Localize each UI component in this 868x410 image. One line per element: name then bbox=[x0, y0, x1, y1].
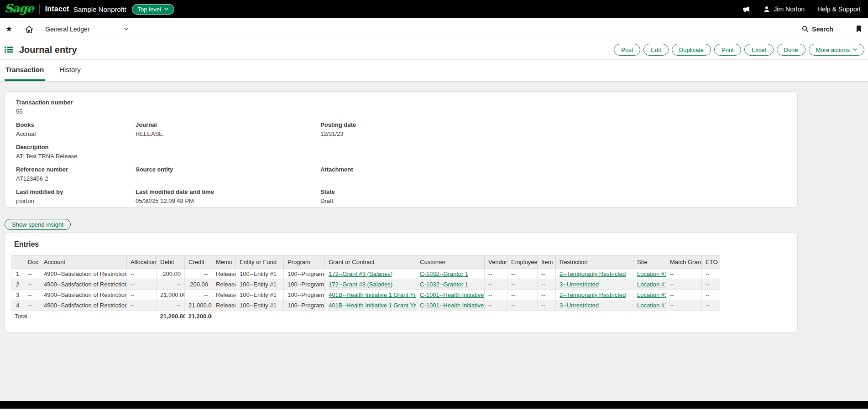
cell-allocation: -- bbox=[127, 279, 157, 290]
entry-row-3: 3 -- 4900--Satisfaction of Restrictions … bbox=[11, 290, 720, 300]
title-row: Journal entry Post Edit Duplicate Print … bbox=[0, 40, 868, 60]
show-spend-insight-button[interactable]: Show spend insight bbox=[5, 219, 71, 230]
customer-link[interactable]: C-1032--Grantor 1 bbox=[420, 270, 468, 277]
cell-match-grant: -- bbox=[666, 279, 702, 290]
module-selector-label: General Ledger bbox=[45, 26, 89, 33]
field-value: 05/30/25 12:09:48 PM bbox=[136, 197, 320, 205]
customer-link[interactable]: C-1001--Health Initiative 1 bbox=[420, 302, 485, 309]
transaction-details-panel: Transaction number 55 Books Accrual Jour… bbox=[5, 91, 798, 208]
field-description: Description AT: Test TRNA Release bbox=[16, 144, 786, 160]
cell-match-grant: -- bbox=[666, 290, 702, 300]
chevron-down-icon bbox=[853, 48, 857, 51]
cell-program: 100--Program #1 bbox=[284, 290, 325, 300]
page-title: Journal entry bbox=[19, 45, 77, 55]
site-link[interactable]: Location #1 bbox=[637, 291, 666, 298]
favorite-star-icon[interactable]: ★ bbox=[5, 25, 12, 33]
duplicate-button[interactable]: Duplicate bbox=[672, 44, 711, 56]
bookmark-icon[interactable] bbox=[856, 26, 862, 32]
cell-debit: -- bbox=[157, 300, 185, 311]
entry-row-1: 1 -- 4900--Satisfaction of Restrictions … bbox=[11, 269, 720, 279]
field-label: Description bbox=[16, 144, 786, 151]
restriction-link[interactable]: 3--Unrestricted bbox=[559, 302, 599, 309]
site-link[interactable]: Location #1 bbox=[637, 270, 666, 277]
journal-list-icon[interactable] bbox=[5, 46, 13, 53]
field-value: AT: Test TRNA Release bbox=[16, 153, 786, 160]
cell-doc: -- bbox=[24, 300, 40, 311]
field-label: Last modified date and time bbox=[136, 188, 320, 196]
row-number: 3 bbox=[11, 290, 24, 300]
row-number: 1 bbox=[11, 269, 24, 279]
content-area: Transaction number 55 Books Accrual Jour… bbox=[0, 82, 868, 401]
field-label: Last modified by bbox=[16, 188, 136, 196]
customer-link[interactable]: C-1001--Health Initiative 1 bbox=[420, 291, 485, 298]
col-restriction: Restriction bbox=[556, 256, 633, 269]
col-item: Item bbox=[538, 256, 556, 269]
field-state: State Draft bbox=[320, 188, 786, 205]
user-icon bbox=[763, 5, 770, 13]
tab-transaction[interactable]: Transaction bbox=[5, 60, 45, 81]
topbar-right: Jim Norton Help & Support bbox=[743, 5, 861, 13]
more-actions-button[interactable]: More actions bbox=[809, 44, 864, 56]
cell-allocation: -- bbox=[127, 300, 157, 311]
excel-button[interactable]: Excel bbox=[744, 44, 774, 56]
cell-grant: 401B--Health Initiative 1 Grant Yr 2 bbox=[325, 290, 416, 300]
sage-logo: Sage bbox=[4, 3, 37, 16]
site-link[interactable]: Location #1 bbox=[637, 281, 666, 288]
field-label: Journal bbox=[136, 121, 320, 129]
col-memo: Memo bbox=[212, 256, 236, 269]
entries-table: Doc Account Allocation Debit Credit Memo… bbox=[11, 255, 720, 321]
cell-credit: -- bbox=[185, 269, 212, 279]
restriction-link[interactable]: 2--Temporarily Restricted bbox=[559, 291, 626, 298]
col-entity-or-fund: Entity or Fund bbox=[236, 256, 284, 269]
done-button[interactable]: Done bbox=[777, 44, 805, 56]
site-link[interactable]: Location #1 bbox=[637, 302, 666, 309]
col-allocation: Allocation bbox=[127, 256, 157, 269]
grant-link[interactable]: 172--Grant #3 (Salaries) bbox=[329, 270, 392, 277]
cell-program: 100--Program #1 bbox=[284, 300, 325, 311]
field-attachment: Attachment -- bbox=[320, 166, 786, 182]
tab-history[interactable]: History bbox=[58, 60, 82, 81]
field-value: 12/31/23 bbox=[320, 130, 786, 138]
more-actions-label: More actions bbox=[816, 47, 850, 53]
search-button[interactable]: Search bbox=[802, 26, 833, 33]
restriction-link[interactable]: 2--Temporarily Restricted bbox=[559, 270, 626, 277]
fields-grid: Transaction number 55 Books Accrual Jour… bbox=[16, 99, 786, 208]
entries-heading: Entries bbox=[14, 240, 791, 249]
col-row-number bbox=[11, 256, 24, 269]
user-menu[interactable]: Jim Norton bbox=[763, 5, 805, 13]
post-button[interactable]: Post bbox=[614, 44, 640, 56]
announcements-button[interactable] bbox=[743, 5, 750, 13]
bottom-bar bbox=[0, 401, 868, 409]
grant-link[interactable]: 401B--Health Initiative 1 Grant Yr 2 bbox=[329, 291, 416, 298]
field-value: Draft bbox=[320, 197, 786, 205]
customer-link[interactable]: C-1032--Grantor 1 bbox=[420, 281, 468, 288]
cell-memo: Release bbox=[212, 300, 236, 311]
field-source-entity: Source entity -- bbox=[136, 166, 320, 182]
help-support-link[interactable]: Help & Support bbox=[817, 5, 861, 13]
total-spacer bbox=[40, 311, 157, 321]
restriction-link[interactable]: 3--Unrestricted bbox=[559, 281, 599, 288]
cell-site: Location #1 bbox=[633, 300, 666, 311]
cell-item: -- bbox=[538, 269, 556, 279]
field-value: jnorton bbox=[16, 197, 136, 205]
home-button[interactable] bbox=[25, 26, 33, 33]
grant-link[interactable]: 401B--Health Initiative 1 Grant Yr 2 bbox=[329, 302, 416, 309]
print-button[interactable]: Print bbox=[714, 44, 741, 56]
edit-button[interactable]: Edit bbox=[643, 44, 668, 56]
field-last-modified-datetime: Last modified date and time 05/30/25 12:… bbox=[136, 188, 320, 205]
cell-vendor: -- bbox=[485, 269, 507, 279]
module-selector[interactable]: General Ledger bbox=[45, 26, 128, 33]
entity-selector-button[interactable]: Top level bbox=[132, 4, 174, 15]
cell-account: 4900--Satisfaction of Restrictions bbox=[40, 269, 127, 279]
navbar: ★ General Ledger Search bbox=[0, 18, 868, 40]
cell-customer: C-1032--Grantor 1 bbox=[416, 269, 485, 279]
grant-link[interactable]: 172--Grant #3 (Salaries) bbox=[329, 281, 392, 288]
col-vendor: Vendor bbox=[485, 256, 507, 269]
field-value: RELEASE bbox=[136, 130, 320, 138]
col-debit: Debit bbox=[157, 256, 185, 269]
cell-allocation: -- bbox=[127, 290, 157, 300]
field-label: Transaction number bbox=[16, 99, 786, 106]
field-value: Accrual bbox=[16, 130, 136, 138]
cell-eto: -- bbox=[702, 290, 720, 300]
total-debit: 21,200.00 bbox=[157, 311, 185, 321]
